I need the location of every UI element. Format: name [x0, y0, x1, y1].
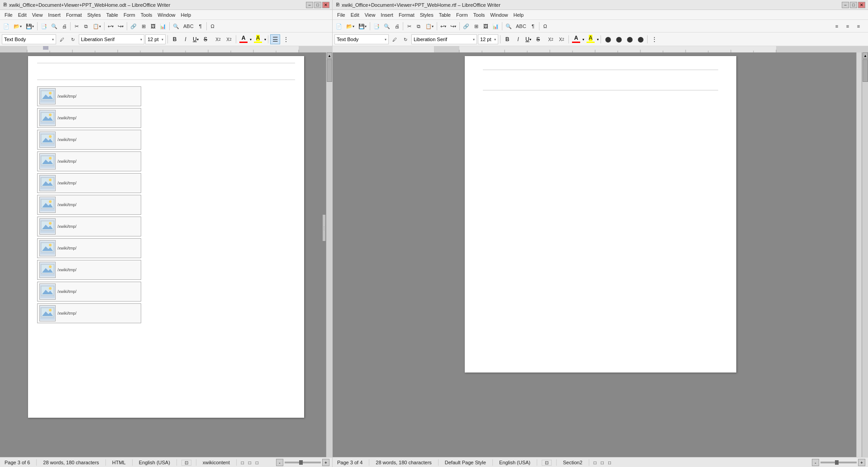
left-menu-file[interactable]: File — [2, 11, 15, 19]
right-find-button[interactable]: 🔍 — [504, 21, 514, 31]
right-spellcheck-button[interactable]: ABC — [514, 21, 528, 31]
left-menu-table[interactable]: Table — [104, 11, 121, 19]
left-menu-styles[interactable]: Styles — [85, 11, 104, 19]
right-undo-button[interactable]: ↩▾ — [439, 21, 448, 31]
left-update-style-button[interactable]: ↻ — [68, 34, 78, 44]
left-minimize-button[interactable]: – — [306, 2, 313, 8]
right-align-right-button[interactable]: ⬤ — [625, 34, 634, 44]
left-save-button[interactable]: 💾▾ — [24, 21, 36, 31]
right-menu-tools[interactable]: Tools — [471, 11, 488, 19]
right-font-name-dropdown[interactable]: Liberation Serif ▾ — [411, 34, 477, 44]
left-menu-insert[interactable]: Insert — [45, 11, 63, 19]
left-open-button[interactable]: 📂▾ — [12, 21, 24, 31]
right-redo-button[interactable]: ↪▾ — [448, 21, 458, 31]
right-scrollbar-up-button[interactable]: ▲ — [863, 52, 868, 59]
right-align-left-button[interactable]: ⬤ — [603, 34, 613, 44]
right-open-button[interactable]: 📂▾ — [344, 21, 356, 31]
left-cut-button[interactable]: ✂ — [72, 21, 81, 31]
left-zoom-thumb[interactable] — [299, 460, 303, 465]
right-std-view-icon[interactable]: □ — [594, 460, 596, 465]
right-maximize-button[interactable]: □ — [850, 2, 857, 8]
right-menu-window[interactable]: Window — [487, 11, 510, 19]
right-font-color-arrow-icon[interactable]: ▾ — [582, 38, 584, 42]
left-export-pdf-button[interactable]: 📑 — [39, 21, 49, 31]
right-copy-button[interactable]: ⧉ — [414, 21, 423, 31]
right-menu-format[interactable]: Format — [396, 11, 417, 19]
right-paragraph-style-dropdown[interactable]: Text Body ▾ — [334, 34, 389, 44]
left-scrollbar-up-button[interactable]: ▲ — [327, 52, 332, 59]
right-underline-button[interactable]: U▾ — [524, 34, 534, 44]
left-paste-button[interactable]: 📋▾ — [91, 21, 103, 31]
right-update-style-button[interactable]: ↻ — [401, 34, 410, 44]
right-web-view-icon[interactable]: □ — [601, 460, 604, 465]
left-copy-button[interactable]: ⧉ — [81, 21, 91, 31]
left-new-button[interactable]: 📄 — [1, 21, 11, 31]
left-zoom-slider[interactable] — [285, 462, 321, 463]
left-menu-format[interactable]: Format — [63, 11, 85, 19]
right-align-justify-button[interactable]: ⬤ — [635, 34, 645, 44]
right-align-center-button[interactable]: ⬤ — [614, 34, 624, 44]
right-font-size-dropdown[interactable]: 12 pt ▾ — [478, 34, 498, 44]
left-menu-tools[interactable]: Tools — [138, 11, 155, 19]
left-subscript-button[interactable]: X2 — [224, 34, 234, 44]
pane-splitter[interactable]: ⋮ — [322, 214, 326, 241]
left-font-color-arrow-icon[interactable]: ▾ — [250, 38, 252, 42]
right-italic-button[interactable]: I — [513, 34, 523, 44]
left-highlight-button[interactable]: A — [253, 34, 263, 44]
right-zoom-thumb[interactable] — [835, 460, 839, 465]
left-find-button[interactable]: 🔍 — [171, 21, 181, 31]
left-ruler[interactable] — [0, 46, 434, 52]
left-more-button[interactable]: ⋮ — [281, 34, 291, 44]
left-highlight-arrow-icon[interactable]: ▾ — [264, 38, 266, 42]
left-zoom-out-button[interactable]: - — [276, 459, 283, 466]
right-strikethrough-button[interactable]: S — [535, 34, 545, 44]
left-chart-button[interactable]: 📊 — [158, 21, 168, 31]
right-book-view-icon[interactable]: □ — [608, 460, 611, 465]
left-superscript-button[interactable]: X2 — [213, 34, 223, 44]
left-underline-button[interactable]: U▾ — [191, 34, 201, 44]
right-document-scroll[interactable] — [333, 52, 868, 457]
right-special-char-button[interactable]: Ω — [541, 21, 550, 31]
right-align-right-button[interactable]: ≡ — [854, 21, 863, 31]
left-web-view-icon[interactable]: □ — [248, 460, 251, 465]
left-table-button[interactable]: ⊞ — [139, 21, 148, 31]
right-menu-form[interactable]: Form — [453, 11, 471, 19]
left-spellcheck-button[interactable]: ABC — [181, 21, 196, 31]
left-print-preview-button[interactable]: 🔍 — [49, 21, 59, 31]
left-menu-window[interactable]: Window — [155, 11, 178, 19]
right-more-button[interactable]: ⋮ — [649, 34, 659, 44]
left-menu-help[interactable]: Help — [178, 11, 194, 19]
right-superscript-button[interactable]: X2 — [546, 34, 556, 44]
left-menu-form[interactable]: Form — [121, 11, 138, 19]
left-menu-view[interactable]: View — [29, 11, 46, 19]
right-ruler[interactable] — [434, 46, 868, 52]
left-font-size-dropdown[interactable]: 12 pt ▾ — [145, 34, 166, 44]
left-font-color-button[interactable]: A — [238, 34, 249, 44]
right-align-center-button[interactable]: ≡ — [843, 21, 852, 31]
right-image-button[interactable]: 🖼 — [481, 21, 490, 31]
right-new-style-button[interactable]: 🖊 — [390, 34, 400, 44]
left-paragraph-style-dropdown[interactable]: Text Body ▾ — [2, 34, 56, 44]
right-zoom-slider[interactable] — [820, 462, 857, 463]
right-hyperlink-button[interactable]: 🔗 — [461, 21, 471, 31]
right-close-button[interactable]: ✕ — [858, 2, 865, 8]
right-export-pdf-button[interactable]: 📑 — [372, 21, 382, 31]
left-new-style-button[interactable]: 🖊 — [57, 34, 67, 44]
left-scrollbar-thumb[interactable] — [327, 59, 332, 82]
right-menu-table[interactable]: Table — [436, 11, 453, 19]
left-close-button[interactable]: ✕ — [322, 2, 329, 8]
left-nonprint-button[interactable]: ¶ — [196, 21, 205, 31]
right-subscript-button[interactable]: X2 — [557, 34, 567, 44]
right-menu-file[interactable]: File — [334, 11, 348, 19]
left-print-button[interactable]: 🖨 — [60, 21, 69, 31]
left-undo-button[interactable]: ↩▾ — [106, 21, 115, 31]
right-menu-edit[interactable]: Edit — [348, 11, 362, 19]
left-bold-button[interactable]: B — [170, 34, 180, 44]
left-std-view-icon[interactable]: □ — [241, 460, 244, 465]
right-menu-styles[interactable]: Styles — [417, 11, 436, 19]
right-table-button[interactable]: ⊞ — [472, 21, 481, 31]
right-scrollbar-thumb[interactable] — [863, 59, 868, 82]
left-italic-button[interactable]: I — [181, 34, 191, 44]
right-zoom-in-button[interactable]: + — [858, 459, 865, 466]
left-special-char-button[interactable]: Ω — [208, 21, 217, 31]
